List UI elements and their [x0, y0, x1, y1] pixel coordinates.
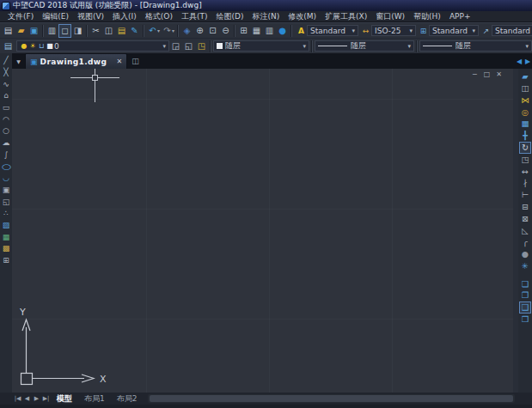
match-properties-icon[interactable]: ✎: [128, 24, 141, 38]
menu-item-help[interactable]: 帮助(H): [409, 11, 445, 21]
layer-color-swatch-icon[interactable]: ■: [46, 41, 54, 52]
break-at-point-icon[interactable]: ⊟: [519, 201, 531, 213]
fillet-icon[interactable]: ╭: [519, 236, 531, 248]
polyline-icon[interactable]: ∿: [1, 78, 12, 90]
copy-icon[interactable]: ◫: [519, 82, 531, 94]
redo-dropdown-arrow[interactable]: ▾: [172, 27, 174, 33]
dim-style-dropdown[interactable]: ↔ ISO-25▾: [360, 25, 416, 36]
last-layout-icon[interactable]: ▶|: [41, 393, 51, 404]
trim-icon[interactable]: ∤: [519, 177, 531, 189]
ellipse-arc-icon[interactable]: ◡: [1, 173, 12, 185]
chevron-down-icon[interactable]: ▾: [303, 43, 306, 50]
chevron-down-icon[interactable]: ▾: [352, 27, 356, 34]
arc-icon[interactable]: ◠: [1, 113, 12, 125]
first-layout-icon[interactable]: |◀: [13, 393, 22, 404]
gradient-icon[interactable]: ▦: [1, 231, 12, 243]
doc-tab-drawing1[interactable]: ▣ Drawing1.dwg ✕: [25, 53, 127, 69]
break-icon[interactable]: ⊠: [519, 213, 531, 225]
offset-icon[interactable]: ◎: [519, 106, 531, 118]
tab-scroll-left-icon[interactable]: ◀: [515, 58, 523, 65]
properties-palette-icon[interactable]: ⊞: [237, 24, 250, 38]
close-tab-icon[interactable]: ✕: [116, 58, 122, 65]
tab-scroll-right-icon[interactable]: ▶: [523, 58, 532, 65]
mdi-minimize-button[interactable]: ─: [471, 70, 479, 79]
chamfer-icon[interactable]: ◺: [519, 224, 531, 236]
menu-item-express[interactable]: 扩展工具(X): [321, 11, 371, 21]
publish-icon[interactable]: ◨: [71, 24, 84, 38]
next-layout-icon[interactable]: ▶: [32, 393, 41, 404]
color-dropdown[interactable]: 随层 ▾: [213, 40, 309, 52]
undo-dropdown-arrow[interactable]: ▾: [157, 27, 160, 33]
layer-properties-icon[interactable]: ▤: [2, 40, 15, 53]
table-icon[interactable]: ⊞: [1, 255, 12, 267]
layout-tab-model[interactable]: 模型: [51, 393, 78, 405]
insert-block-icon[interactable]: ▣: [1, 185, 12, 197]
layout-tab-layout1[interactable]: 布局1: [78, 393, 111, 405]
layer-on-bulb-icon[interactable]: ●: [20, 41, 28, 52]
mdi-close-button[interactable]: ✕: [495, 70, 503, 79]
layer-dropdown[interactable]: ●☀⊔■ 0 ▾: [16, 40, 169, 52]
make-object-layer-current-icon[interactable]: ◲: [169, 40, 182, 53]
new-drawing-button[interactable]: ◫: [131, 57, 139, 65]
menu-item-tools[interactable]: 工具(T): [177, 11, 212, 21]
spline-icon[interactable]: ∫: [1, 149, 12, 161]
chevron-down-icon[interactable]: ▾: [410, 27, 413, 34]
plot-preview-icon[interactable]: ◻: [58, 24, 71, 38]
construction-line-icon[interactable]: ╳: [1, 67, 12, 79]
menu-item-app-plus[interactable]: APP+: [445, 11, 475, 21]
explode-icon[interactable]: ✳: [519, 260, 531, 272]
region-icon[interactable]: ▩: [1, 243, 12, 255]
layer-states-icon[interactable]: ◳: [195, 40, 208, 53]
rectangle-icon[interactable]: ▭: [1, 102, 12, 114]
bring-to-front-icon[interactable]: ❏: [519, 278, 531, 290]
cut-icon[interactable]: ✂: [89, 24, 102, 38]
menu-item-format[interactable]: 格式(O): [141, 11, 177, 21]
mleader-style-dropdown[interactable]: ↗ Standard: [480, 25, 532, 36]
table-style-dropdown[interactable]: ⊞ Standard▾: [418, 25, 479, 36]
make-block-icon[interactable]: ◱: [1, 196, 12, 208]
scale-icon[interactable]: ◳: [519, 154, 531, 166]
chevron-down-icon[interactable]: ▾: [525, 43, 529, 50]
pan-icon[interactable]: ◈: [180, 24, 193, 38]
tab-overflow-button[interactable]: ▼: [12, 58, 25, 64]
menu-item-view[interactable]: 视图(V): [73, 11, 108, 21]
hscroll-thumb[interactable]: [150, 395, 513, 402]
point-icon[interactable]: ∴: [1, 208, 12, 220]
tool-palettes-icon[interactable]: ▥: [263, 24, 276, 38]
new-icon[interactable]: ▤: [2, 24, 15, 38]
circle-icon[interactable]: ○: [1, 125, 12, 137]
move-icon[interactable]: ╋: [519, 130, 531, 142]
text-style-dropdown[interactable]: A Standard▾: [296, 25, 358, 36]
lineweight-dropdown[interactable]: 随层 ▾: [419, 40, 532, 52]
menu-item-window[interactable]: 窗口(W): [371, 11, 409, 21]
mirror-icon[interactable]: ⋈: [519, 94, 531, 107]
prev-layout-icon[interactable]: ◀: [22, 393, 32, 404]
menu-item-insert[interactable]: 插入(I): [108, 11, 141, 21]
rotate-icon[interactable]: ↻: [519, 142, 531, 154]
layer-previous-icon[interactable]: ◱: [182, 40, 195, 53]
paste-icon[interactable]: ▤: [115, 24, 128, 38]
mdi-restore-button[interactable]: □: [483, 70, 491, 79]
zoom-previous-icon[interactable]: ⊖: [219, 24, 232, 38]
zoom-window-icon[interactable]: ⊡: [206, 24, 219, 38]
layer-lock-icon[interactable]: ⊔: [37, 41, 46, 52]
send-to-back-icon[interactable]: ❐: [519, 289, 531, 301]
zoom-realtime-icon[interactable]: ⊕: [193, 24, 206, 38]
stretch-icon[interactable]: ↔: [519, 165, 531, 177]
online-service-icon[interactable]: ●: [276, 24, 289, 38]
save-icon[interactable]: ▣: [28, 24, 40, 38]
erase-icon[interactable]: ▰: [519, 70, 531, 82]
revision-cloud-icon[interactable]: ☁: [1, 137, 12, 149]
print-icon[interactable]: ▥: [46, 24, 58, 38]
hatch-icon[interactable]: ▨: [1, 220, 12, 232]
bring-above-objects-icon[interactable]: ❑: [519, 301, 531, 314]
linetype-dropdown[interactable]: 随层 ▾: [315, 40, 414, 52]
layer-freeze-sun-icon[interactable]: ☀: [28, 41, 37, 52]
open-icon[interactable]: ▰: [15, 24, 28, 38]
design-center-icon[interactable]: ▦: [250, 24, 263, 38]
menu-item-draw[interactable]: 绘图(D): [211, 11, 248, 21]
array-icon[interactable]: ▦: [519, 118, 531, 130]
menu-item-file[interactable]: 文件(F): [3, 11, 38, 21]
copy-icon[interactable]: ◫: [102, 24, 115, 38]
menu-item-dimension[interactable]: 标注(N): [248, 11, 284, 21]
